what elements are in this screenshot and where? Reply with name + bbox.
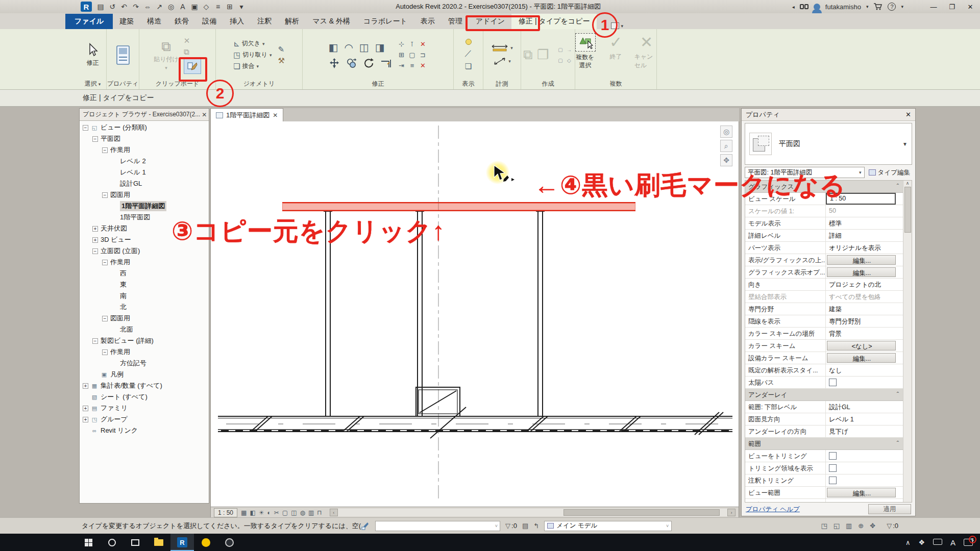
modify-button[interactable]: 修正 — [81, 43, 105, 67]
scroll-right-icon[interactable]: › — [727, 509, 736, 516]
help-icon[interactable]: ? — [888, 3, 896, 11]
properties-scrollbar-thumb[interactable] — [904, 187, 911, 233]
tree-item[interactable]: 1階平面図 — [80, 212, 209, 223]
clock-app-button[interactable] — [217, 534, 241, 551]
edit-type-button[interactable]: タイプ編集 — [867, 167, 912, 178]
redo-icon[interactable]: ↷ — [132, 3, 139, 11]
tree-item[interactable]: + 3D ビュー — [80, 234, 209, 245]
ribbon-state-chevron-icon[interactable]: ▾ — [621, 23, 623, 29]
signed-in-user[interactable]: futakamisho — [825, 3, 861, 11]
property-row[interactable]: 範囲 — [745, 438, 903, 450]
tree-item[interactable]: ∞ Revit リンク — [80, 425, 209, 436]
offset-icon[interactable]: ◠ — [344, 41, 353, 54]
tree-expander[interactable]: − — [102, 316, 108, 321]
design-options-icon[interactable]: ▥ — [846, 522, 852, 530]
property-row[interactable]: カラー スキーム <なし> — [745, 340, 903, 352]
crop-view-icon[interactable]: ✂ — [274, 509, 279, 516]
demolish-hammer-icon[interactable]: ⚒ — [278, 56, 284, 65]
property-row[interactable]: 範囲: 下部レベル 設計GL — [745, 401, 903, 413]
property-row[interactable]: スケールの値 1: 50 — [745, 205, 903, 217]
property-row[interactable]: 既定の解析表示スタイ... なし — [745, 364, 903, 377]
property-row[interactable]: ビュー スケール 1 : 50 — [745, 193, 903, 205]
tree-item[interactable]: − 立面図 (立面) — [80, 245, 209, 257]
revit-logo-icon[interactable]: R — [81, 2, 92, 12]
properties-close-icon[interactable]: ✕ — [905, 111, 911, 118]
property-row[interactable]: 注釈トリミング — [745, 474, 903, 487]
property-row[interactable]: 詳細レベル 詳細 — [745, 230, 903, 242]
properties-scrollbar[interactable]: ∧ — [903, 181, 912, 502]
dropbox-tray-icon[interactable]: ❖ — [918, 538, 925, 546]
cope-button[interactable]: ⊾切欠き▾ — [233, 39, 272, 48]
aligned-dimension-icon[interactable]: ↗ — [156, 3, 163, 11]
floor-plan-drawing[interactable] — [211, 121, 739, 506]
selection-filter-icon[interactable]: ▽:0 — [887, 522, 898, 530]
reveal-constraints-icon[interactable]: ⊓ — [317, 509, 322, 516]
linework-icon[interactable]: ／ — [464, 48, 472, 58]
scroll-left-icon[interactable]: ‹ — [330, 509, 338, 516]
property-row[interactable]: 向き プロジェクトの北 — [745, 279, 903, 291]
delete-icon[interactable]: ✕ — [420, 40, 426, 48]
tree-expander[interactable]: + — [83, 417, 88, 422]
project-browser-title[interactable]: プロジェクト ブラウザ - Exercise0307(2... ✕ — [80, 109, 209, 121]
scrollbar-thumb[interactable] — [564, 509, 719, 516]
model-chevron-icon[interactable]: ˅ — [666, 523, 669, 529]
ribbon-tab[interactable]: 設備 — [195, 14, 223, 29]
property-row[interactable]: 壁結合部表示 すべての壁を包絡 — [745, 291, 903, 303]
tree-item[interactable]: 北 — [80, 302, 209, 313]
aligned-dimension-button[interactable]: ▾ — [493, 57, 511, 66]
tree-item[interactable]: − 平面図 — [80, 133, 209, 144]
properties-help-link[interactable]: プロパティ ヘルプ — [746, 505, 800, 514]
delete-alt-icon[interactable]: ✕ — [420, 62, 426, 69]
tree-expander[interactable]: + — [92, 237, 98, 243]
property-row[interactable]: モデル表示 標準 — [745, 217, 903, 230]
tree-item[interactable]: − ◱ ビュー (分類順) — [80, 122, 209, 133]
revit-taskbar-button[interactable]: R — [170, 534, 194, 551]
panel-label-select[interactable]: 選択▾ — [79, 79, 106, 89]
scale-icon[interactable]: ▢ — [409, 51, 415, 59]
type-selector-chevron-icon[interactable]: ▼ — [902, 141, 908, 147]
ime-mode-indicator[interactable]: A — [950, 538, 955, 547]
project-browser-close-icon[interactable]: ✕ — [200, 111, 208, 118]
tab-file[interactable]: ファイル — [65, 14, 113, 29]
minimize-button[interactable]: — — [927, 3, 940, 11]
undo-icon[interactable]: ↶ — [120, 3, 128, 11]
zoom-icon[interactable]: ⌕ — [720, 140, 732, 152]
tree-item[interactable]: + ◳ グループ — [80, 414, 209, 425]
apply-button[interactable]: 適用 — [868, 504, 911, 514]
modify-panel-state-icon[interactable] — [611, 22, 619, 29]
visual-style-icon[interactable]: ◧ — [250, 509, 255, 516]
slab-band[interactable] — [218, 407, 732, 438]
ribbon-tab[interactable]: 解析 — [278, 14, 306, 29]
shadows-icon[interactable]: ◐ — [267, 509, 271, 516]
close-button[interactable]: ✕ — [964, 3, 977, 11]
cut-geometry-button[interactable]: ◳切り取り▾ — [233, 51, 272, 60]
measure-icon[interactable]: ⇔ — [144, 3, 151, 11]
property-row[interactable]: 図面見方向 レベル 1 — [745, 413, 903, 425]
switch-windows-icon[interactable]: ⊞ — [226, 3, 233, 11]
tree-item[interactable]: − 作業用 — [80, 346, 209, 358]
tree-expander[interactable]: − — [92, 248, 98, 254]
property-row[interactable]: トリミング領域を表示 — [745, 462, 903, 474]
properties-button[interactable] — [111, 45, 135, 65]
restore-button[interactable]: ❐ — [945, 3, 959, 11]
tree-item[interactable]: ▣ 凡例 — [80, 369, 209, 380]
instance-selector[interactable]: 平面図: 1階平面詳細図 ▾ — [745, 167, 865, 178]
user-account-icon[interactable] — [814, 4, 820, 10]
join-button[interactable]: ❏接合▾ — [233, 62, 272, 71]
measure-between-refs-button[interactable]: ▾ — [491, 44, 513, 52]
ribbon-tab[interactable]: 構造 — [140, 14, 168, 29]
tree-expander[interactable]: − — [92, 136, 98, 142]
paint-icon[interactable]: ❏ — [465, 62, 472, 71]
ribbon-tab[interactable]: 鉄骨 — [168, 14, 195, 29]
scale-button[interactable]: 1 : 50 — [214, 508, 237, 517]
tree-item[interactable]: + 天井伏図 — [80, 223, 209, 234]
exclude-options-icon[interactable]: ⊕ — [858, 522, 864, 530]
property-row[interactable]: パーツ表示 オリジナルを表示 — [745, 242, 903, 254]
help-menu-chevron-icon[interactable]: ▾ — [901, 4, 903, 9]
move-icon[interactable] — [329, 58, 340, 69]
align-icon[interactable]: ◧ — [329, 41, 338, 54]
match-type-properties-button[interactable] — [184, 59, 201, 74]
tree-item[interactable]: 南 — [80, 290, 209, 302]
customize-qat-icon[interactable]: ▾ — [238, 3, 245, 11]
mirror-draw-axis-icon[interactable]: ◨ — [375, 41, 385, 54]
